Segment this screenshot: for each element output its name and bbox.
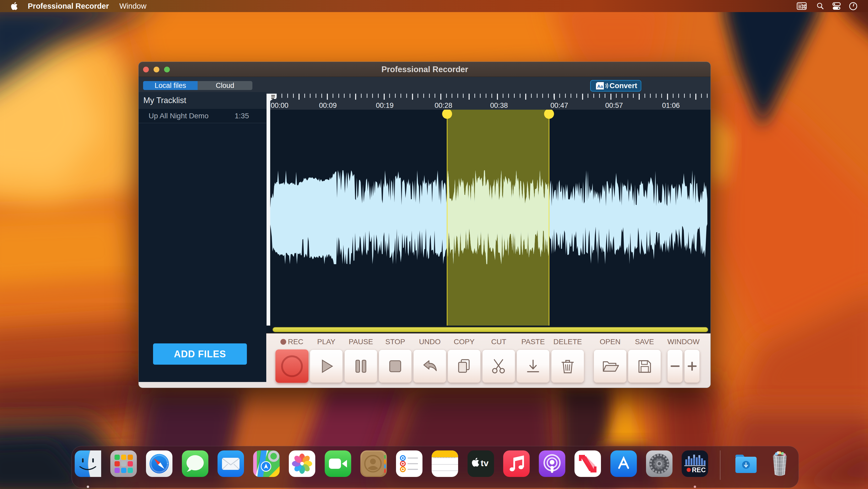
svg-text:REC: REC: [692, 466, 706, 473]
svg-text:tv: tv: [480, 458, 489, 468]
svg-text:Aa: Aa: [597, 84, 603, 89]
